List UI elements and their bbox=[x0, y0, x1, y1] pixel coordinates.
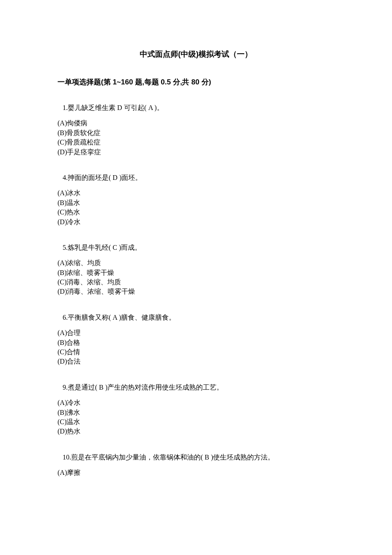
option-d: (D)合法 bbox=[58, 357, 334, 366]
question-block: 9.煮是通过( B )产生的热对流作用使生坯成熟的工艺。 (A)冷水 (B)沸水… bbox=[58, 383, 334, 436]
option-d: (D)冷水 bbox=[58, 217, 334, 227]
option-c: (C)消毒、浓缩、均质 bbox=[58, 278, 334, 287]
document-page: 中式面点师(中级)模拟考试（一） 一单项选择题(第 1~160 题,每题 0.5… bbox=[0, 0, 392, 503]
option-a: (A)摩擦 bbox=[58, 468, 334, 477]
option-b: (B)浓缩、喷雾干燥 bbox=[58, 268, 334, 278]
option-b: (B)骨质软化症 bbox=[58, 128, 334, 138]
option-d: (D)热水 bbox=[58, 427, 334, 436]
question-text: 10.煎是在平底锅内加少量油，依靠锅体和油的( B )使生坯成熟的方法。 bbox=[58, 453, 334, 462]
question-options: (A)冷水 (B)沸水 (C)温水 (D)热水 bbox=[58, 398, 334, 436]
question-text: 4.抻面的面坯是( D )面坯。 bbox=[58, 173, 334, 182]
question-options: (A)摩擦 bbox=[58, 468, 334, 477]
page-title: 中式面点师(中级)模拟考试（一） bbox=[58, 49, 334, 59]
question-options: (A)冰水 (B)温水 (C)热水 (D)冷水 bbox=[58, 188, 334, 227]
question-block: 1.婴儿缺乏维生素 D 可引起( A )。 (A)佝偻病 (B)骨质软化症 (C… bbox=[58, 103, 334, 157]
question-options: (A)浓缩、均质 (B)浓缩、喷雾干燥 (C)消毒、浓缩、均质 (D)消毒、浓缩… bbox=[58, 258, 334, 297]
question-text: 6.平衡膳食又称( A )膳食、健康膳食。 bbox=[58, 313, 334, 322]
question-options: (A)佝偻病 (B)骨质软化症 (C)骨质疏松症 (D)手足痉挛症 bbox=[58, 119, 334, 157]
option-c: (C)合情 bbox=[58, 347, 334, 357]
section-heading: 一单项选择题(第 1~160 题,每题 0.5 分,共 80 分) bbox=[58, 77, 334, 87]
question-block: 5.炼乳是牛乳经( C )而成。 (A)浓缩、均质 (B)浓缩、喷雾干燥 (C)… bbox=[58, 243, 334, 297]
option-c: (C)热水 bbox=[58, 208, 334, 217]
question-block: 6.平衡膳食又称( A )膳食、健康膳食。 (A)合理 (B)合格 (C)合情 … bbox=[58, 313, 334, 367]
option-a: (A)浓缩、均质 bbox=[58, 258, 334, 268]
option-a: (A)合理 bbox=[58, 328, 334, 338]
option-b: (B)合格 bbox=[58, 338, 334, 347]
option-a: (A)冰水 bbox=[58, 188, 334, 198]
option-b: (B)沸水 bbox=[58, 408, 334, 417]
question-text: 9.煮是通过( B )产生的热对流作用使生坯成熟的工艺。 bbox=[58, 383, 334, 392]
option-b: (B)温水 bbox=[58, 198, 334, 208]
question-text: 5.炼乳是牛乳经( C )而成。 bbox=[58, 243, 334, 252]
option-d: (D)手足痉挛症 bbox=[58, 147, 334, 157]
option-c: (C)骨质疏松症 bbox=[58, 138, 334, 147]
option-a: (A)冷水 bbox=[58, 398, 334, 408]
question-block: 10.煎是在平底锅内加少量油，依靠锅体和油的( B )使生坯成熟的方法。 (A)… bbox=[58, 453, 334, 478]
option-d: (D)消毒、浓缩、喷雾干燥 bbox=[58, 287, 334, 296]
question-block: 4.抻面的面坯是( D )面坯。 (A)冰水 (B)温水 (C)热水 (D)冷水 bbox=[58, 173, 334, 227]
question-text: 1.婴儿缺乏维生素 D 可引起( A )。 bbox=[58, 103, 334, 113]
option-a: (A)佝偻病 bbox=[58, 119, 334, 128]
question-options: (A)合理 (B)合格 (C)合情 (D)合法 bbox=[58, 328, 334, 367]
option-c: (C)温水 bbox=[58, 417, 334, 427]
